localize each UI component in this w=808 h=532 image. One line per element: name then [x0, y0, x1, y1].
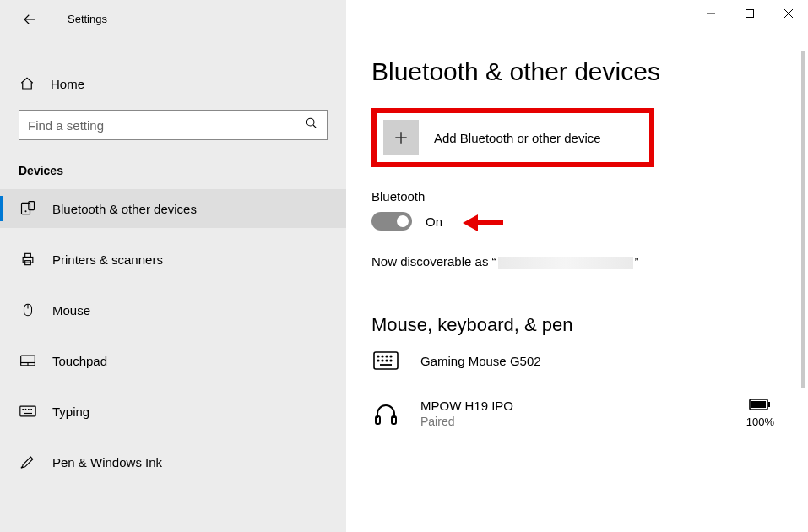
sidebar-item-typing[interactable]: Typing: [0, 392, 346, 431]
plus-icon: [383, 120, 419, 155]
sidebar-item-pen[interactable]: Pen & Windows Ink: [0, 442, 346, 481]
svg-rect-42: [768, 402, 770, 407]
devices-section-title: Mouse, keyboard, & pen: [371, 314, 783, 336]
svg-rect-10: [23, 258, 33, 263]
bluetooth-toggle[interactable]: [371, 212, 412, 231]
svg-line-6: [313, 125, 316, 128]
sidebar: Settings Home Devices Bluetooth & other …: [0, 0, 346, 532]
sidebar-item-label: Printers & scanners: [52, 252, 163, 267]
svg-point-32: [390, 356, 392, 357]
svg-point-31: [386, 356, 388, 357]
svg-rect-18: [20, 406, 35, 416]
main-content: Bluetooth & other devices Add Bluetooth …: [346, 0, 808, 532]
arrow-annotation-icon: [463, 210, 505, 239]
add-device-button[interactable]: Add Bluetooth or other device: [371, 108, 654, 167]
bluetooth-label: Bluetooth: [371, 189, 783, 204]
redacted-name: [498, 257, 633, 269]
page-title: Bluetooth & other devices: [371, 57, 783, 86]
svg-point-35: [386, 360, 388, 361]
svg-point-34: [382, 360, 383, 361]
headphones-icon: [371, 401, 400, 426]
touchpad-icon: [19, 354, 37, 367]
device-row[interactable]: MPOW H19 IPO Paired 100%: [371, 399, 783, 428]
discoverable-text: Now discoverable as “”: [371, 254, 783, 269]
svg-point-36: [390, 360, 392, 361]
discoverable-prefix: Now discoverable as “: [371, 254, 496, 269]
battery-percent: 100%: [746, 415, 774, 428]
device-row[interactable]: Gaming Mouse G502: [371, 351, 783, 370]
window-controls: [691, 0, 808, 27]
sidebar-item-label: Pen & Windows Ink: [52, 455, 162, 470]
close-button[interactable]: [769, 0, 808, 27]
printer-icon: [19, 251, 37, 268]
sidebar-home-label: Home: [51, 77, 84, 91]
device-battery: 100%: [746, 399, 774, 428]
sidebar-section-title: Devices: [19, 164, 346, 177]
sidebar-item-bluetooth[interactable]: Bluetooth & other devices: [0, 189, 346, 228]
minimize-button[interactable]: [691, 0, 730, 27]
svg-point-33: [377, 360, 379, 361]
bluetooth-devices-icon: [19, 200, 37, 217]
pen-icon: [19, 453, 37, 470]
scrollbar[interactable]: [801, 51, 805, 388]
mouse-icon: [19, 301, 37, 318]
svg-point-5: [306, 118, 314, 126]
svg-rect-1: [746, 10, 754, 18]
search-input[interactable]: [28, 118, 305, 133]
discoverable-suffix: ”: [635, 254, 639, 269]
svg-marker-27: [463, 214, 478, 231]
svg-point-9: [25, 211, 26, 212]
sidebar-item-printers[interactable]: Printers & scanners: [0, 240, 346, 279]
svg-point-29: [377, 356, 379, 357]
sidebar-item-label: Mouse: [52, 303, 90, 318]
home-icon: [19, 76, 35, 91]
sidebar-item-label: Typing: [52, 404, 89, 419]
keyboard-device-icon: [371, 351, 400, 370]
svg-rect-41: [751, 401, 766, 408]
svg-point-30: [382, 356, 383, 357]
device-name: MPOW H19 IPO: [420, 399, 513, 413]
device-status: Paired: [420, 415, 513, 428]
sidebar-item-label: Touchpad: [52, 354, 107, 368]
svg-rect-11: [25, 253, 31, 257]
search-box[interactable]: [19, 110, 328, 140]
sidebar-item-mouse[interactable]: Mouse: [0, 290, 346, 329]
search-icon: [305, 117, 318, 133]
device-name: Gaming Mouse G502: [420, 354, 541, 368]
window-title: Settings: [68, 13, 107, 25]
sidebar-home[interactable]: Home: [0, 68, 346, 100]
add-device-label: Add Bluetooth or other device: [434, 131, 601, 145]
bluetooth-toggle-state: On: [426, 214, 442, 229]
battery-icon: [749, 399, 771, 414]
keyboard-icon: [19, 405, 37, 417]
maximize-button[interactable]: [730, 0, 769, 27]
sidebar-item-label: Bluetooth & other devices: [52, 202, 197, 216]
sidebar-item-touchpad[interactable]: Touchpad: [0, 341, 346, 380]
back-button[interactable]: [17, 7, 42, 32]
